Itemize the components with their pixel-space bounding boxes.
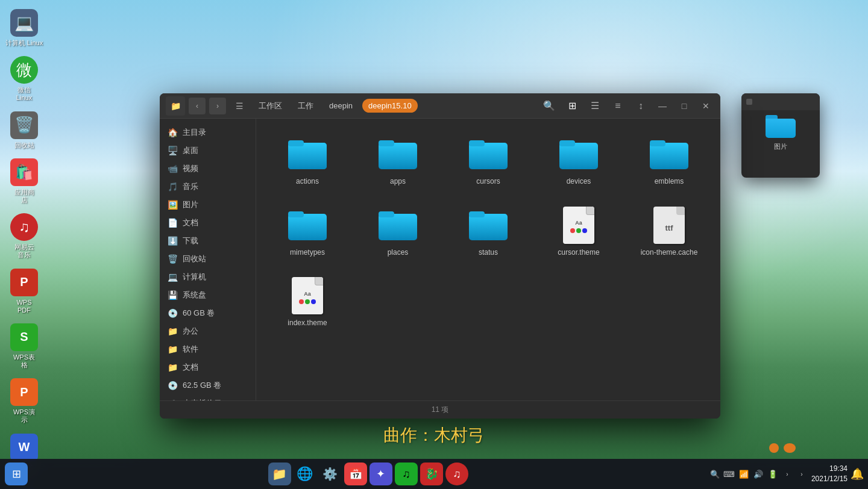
taskbar-center: 📁 🌐 ⚙️ 📅 ✦ ♫ 🐉 ♫ bbox=[30, 463, 706, 485]
file-item-apps[interactable]: apps bbox=[356, 128, 440, 193]
sidebar-item-home[interactable]: 🏠 主目录 bbox=[160, 123, 256, 142]
taskbar-wps[interactable]: 🐉 bbox=[420, 463, 443, 485]
sidebar-item-documents[interactable]: 📄 文档 bbox=[160, 214, 256, 232]
desktop-icon-wpstable[interactable]: S WPS表格 bbox=[10, 323, 38, 369]
secondary-window-titlebar bbox=[741, 93, 820, 110]
sidebar-item-desktop[interactable]: 🖥️ 桌面 bbox=[160, 142, 256, 160]
tray-search[interactable]: 🔍 bbox=[709, 468, 721, 480]
file-label-mimetypes: mimetypes bbox=[290, 248, 325, 258]
breadcrumb-deepin[interactable]: deepin bbox=[323, 99, 359, 113]
file-item-cursortheme[interactable]: Aa cursor.theme bbox=[536, 199, 621, 264]
breadcrumb-deepin1510[interactable]: deepin15.10 bbox=[362, 99, 418, 113]
folder-icon-status bbox=[469, 206, 508, 244]
taskbar-calendar[interactable]: 📅 bbox=[344, 463, 367, 485]
item-count: 11 项 bbox=[432, 405, 449, 415]
sidebar-item-video[interactable]: 📹 视频 bbox=[160, 160, 256, 178]
breadcrumb-workspace[interactable]: 工作区 bbox=[253, 98, 288, 114]
details-view-button[interactable]: ≡ bbox=[608, 96, 627, 116]
taskbar-netease[interactable]: ♫ bbox=[445, 463, 468, 485]
sidebar-item-documents2[interactable]: 📁 文档 bbox=[160, 358, 256, 376]
file-label-actions: actions bbox=[296, 177, 319, 187]
sort-button[interactable]: ↕ bbox=[631, 96, 650, 116]
desktop-icon-computer[interactable]: 💻 计算机 Linux bbox=[5, 9, 43, 47]
sidebar-item-downloads[interactable]: ⬇️ 下载 bbox=[160, 232, 256, 250]
tray-network[interactable]: 📶 bbox=[738, 468, 750, 480]
desktop-icon-netease[interactable]: ♫ 网易云音乐 bbox=[10, 213, 38, 259]
file-item-mimetypes[interactable]: mimetypes bbox=[265, 199, 350, 264]
folder-icon-cursors bbox=[469, 135, 508, 173]
system-tray: 🔍 ⌨ 📶 🔊 🔋 › › bbox=[709, 468, 808, 480]
tray-keyboard[interactable]: ⌨ bbox=[723, 468, 735, 480]
desktop-icon-wpsppt[interactable]: P WPS演示 bbox=[10, 378, 38, 424]
sidebar-item-pictures[interactable]: 🖼️ 图片 bbox=[160, 196, 256, 214]
main-area: 🏠 主目录 🖥️ 桌面 📹 视频 🎵 音乐 🖼️ 图片 bbox=[160, 119, 720, 400]
secondary-window: 图片 bbox=[741, 93, 820, 178]
file-item-indextheme[interactable]: Aa index.theme bbox=[265, 269, 350, 334]
grid-view-button[interactable]: ⊞ bbox=[562, 96, 582, 116]
list-view-button[interactable]: ☰ bbox=[585, 96, 605, 116]
tray-chevron2[interactable]: › bbox=[796, 468, 808, 480]
file-label-iconthemecache: icon-theme.cache bbox=[641, 248, 698, 258]
desktop-icon-wpspdf[interactable]: P WPSPDF bbox=[10, 269, 38, 314]
indicator-dot-1 bbox=[769, 443, 779, 453]
taskbar-settings[interactable]: ⚙️ bbox=[319, 463, 342, 485]
taskbar-browser[interactable]: 🌐 bbox=[294, 463, 316, 485]
taskbar-deepin[interactable]: ✦ bbox=[370, 463, 392, 485]
clock[interactable]: 19:34 2021/12/15 bbox=[811, 464, 848, 484]
svg-rect-10 bbox=[650, 140, 665, 146]
tray-chevron[interactable]: › bbox=[781, 468, 793, 480]
sidebar-item-sysdisk[interactable]: 💾 系统盘 bbox=[160, 286, 256, 304]
sidebar-item-office[interactable]: 📁 办公 bbox=[160, 322, 256, 340]
file-item-places[interactable]: places bbox=[356, 199, 440, 264]
sidebar-item-62gb[interactable]: 💿 62.5 GB 卷 bbox=[160, 376, 256, 394]
sidebar-item-software[interactable]: 📁 软件 bbox=[160, 340, 256, 358]
file-item-devices[interactable]: devices bbox=[536, 128, 621, 193]
taskbar-music[interactable]: ♫ bbox=[395, 463, 418, 485]
breadcrumb-menu-button[interactable]: ☰ bbox=[230, 96, 249, 116]
sidebar-item-computer[interactable]: 💻 计算机 bbox=[160, 268, 256, 286]
file-label-emblems: emblems bbox=[655, 177, 684, 187]
folder-icon-places bbox=[379, 206, 417, 244]
taskbar: ⊞ 📁 🌐 ⚙️ 📅 ✦ ♫ 🐉 bbox=[0, 459, 868, 489]
file-item-status[interactable]: status bbox=[446, 199, 530, 264]
title-bar: 📁 ‹ › ☰ 工作区 工作 deepin deepin15.10 🔍 ⊞ ☰ … bbox=[160, 93, 720, 119]
docs2-folder-icon: 📁 bbox=[167, 362, 178, 373]
minimize-button[interactable]: — bbox=[654, 98, 671, 114]
launcher-button[interactable]: ⊞ bbox=[5, 463, 28, 485]
disk62-icon: 💿 bbox=[167, 380, 178, 391]
breadcrumb-work[interactable]: 工作 bbox=[292, 98, 319, 114]
maximize-button[interactable]: □ bbox=[676, 98, 693, 114]
file-label-cursortheme: cursor.theme bbox=[558, 248, 599, 258]
file-label-cursors: cursors bbox=[476, 177, 500, 187]
titlebar-folder-icon[interactable]: 📁 bbox=[166, 96, 185, 116]
svg-rect-15 bbox=[469, 214, 508, 240]
file-label-apps: apps bbox=[390, 177, 406, 187]
desktop-icon-wechat[interactable]: 微 微信Linux bbox=[10, 56, 38, 102]
tray-volume[interactable]: 🔊 bbox=[752, 468, 764, 480]
computer-icon: 💻 bbox=[167, 272, 178, 282]
desktop-icon-appstore[interactable]: 🛍️ 应用商店 bbox=[10, 158, 38, 204]
trash-icon: 🗑️ bbox=[167, 254, 178, 264]
close-button[interactable]: ✕ bbox=[697, 98, 714, 114]
folder-icon-mimetypes bbox=[288, 206, 327, 244]
file-item-cursors[interactable]: cursors bbox=[446, 128, 530, 193]
tray-battery[interactable]: 🔋 bbox=[767, 468, 779, 480]
svg-rect-7 bbox=[559, 143, 598, 169]
file-label-status: status bbox=[479, 248, 498, 258]
sidebar-item-trash[interactable]: 🗑️ 回收站 bbox=[160, 250, 256, 268]
home-icon: 🏠 bbox=[167, 127, 178, 138]
disk60-icon: 💿 bbox=[167, 308, 178, 319]
file-item-iconthemecache[interactable]: ttf icon-theme.cache bbox=[627, 199, 711, 264]
sidebar-item-60gb[interactable]: 💿 60 GB 卷 bbox=[160, 304, 256, 322]
sidebar-item-cloud[interactable]: ☁️ 小麦哲伦云 ▲ bbox=[160, 394, 256, 400]
file-item-actions[interactable]: actions bbox=[265, 128, 350, 193]
sidebar-item-music[interactable]: 🎵 音乐 bbox=[160, 178, 256, 196]
search-button[interactable]: 🔍 bbox=[539, 96, 559, 116]
tray-notification[interactable]: 🔔 bbox=[851, 468, 863, 480]
svg-rect-2 bbox=[288, 140, 304, 146]
file-item-emblems[interactable]: emblems bbox=[627, 128, 711, 193]
forward-button[interactable]: › bbox=[209, 98, 226, 114]
taskbar-files[interactable]: 📁 bbox=[268, 463, 291, 485]
desktop-icon-trash[interactable]: 🗑️ 回收站 bbox=[10, 111, 38, 149]
back-button[interactable]: ‹ bbox=[189, 98, 206, 114]
